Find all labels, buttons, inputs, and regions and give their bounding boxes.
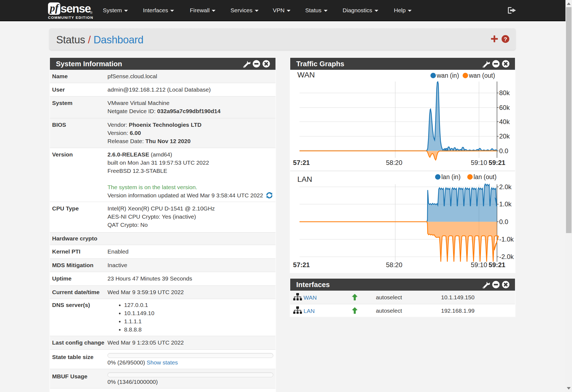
svg-text:0.0: 0.0 (499, 147, 508, 155)
svg-text:58:20: 58:20 (386, 261, 402, 269)
svg-text:WAN: WAN (297, 71, 315, 79)
svg-text:80k: 80k (499, 89, 510, 97)
svg-text:59:10: 59:10 (471, 159, 487, 166)
svg-text:60k: 60k (499, 104, 510, 111)
svg-text:59:21: 59:21 (489, 159, 505, 166)
svg-text:59:21: 59:21 (489, 261, 505, 269)
svg-text:?: ? (504, 36, 507, 42)
svg-text:20k: 20k (499, 132, 510, 140)
svg-text:40k: 40k (499, 118, 510, 125)
svg-text:lan (in): lan (in) (441, 173, 460, 180)
svg-text:LAN: LAN (297, 175, 312, 183)
svg-text:59:10: 59:10 (471, 261, 487, 269)
svg-text:0.0: 0.0 (499, 218, 508, 225)
svg-text:wan (out): wan (out) (469, 72, 495, 79)
svg-text:57:21: 57:21 (293, 159, 310, 166)
svg-text:-1.0k: -1.0k (499, 236, 514, 243)
svg-text:wan (in): wan (in) (436, 72, 459, 79)
svg-text:57:21: 57:21 (293, 261, 310, 269)
svg-text:-2.0k: -2.0k (499, 253, 514, 260)
svg-text:58:20: 58:20 (386, 159, 402, 166)
svg-text:2.0k: 2.0k (499, 183, 512, 191)
svg-text:lan (out): lan (out) (474, 173, 496, 180)
svg-text:1.0k: 1.0k (499, 200, 512, 208)
